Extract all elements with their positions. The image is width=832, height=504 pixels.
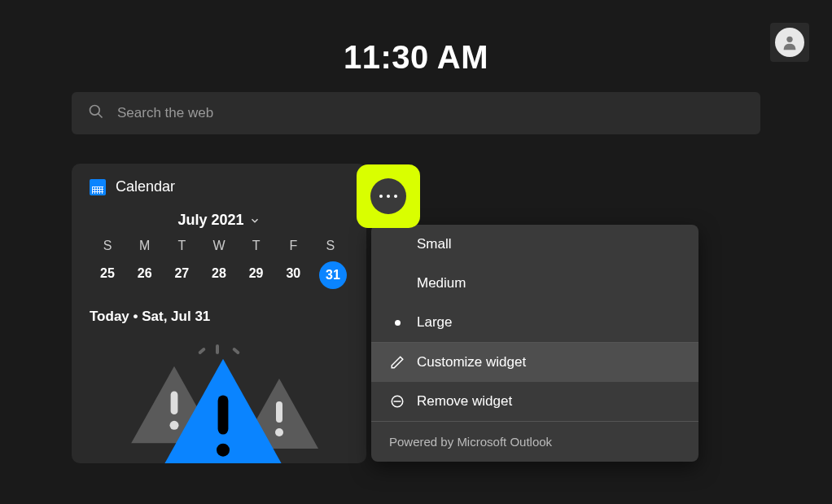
menu-item-size-large[interactable]: Large [371, 303, 698, 342]
pencil-icon [389, 355, 405, 370]
widget-title: Calendar [116, 178, 175, 195]
month-label: July 2021 [177, 212, 243, 229]
calendar-widget: Calendar July 2021 SMTWTFS 2526272829303… [72, 164, 366, 463]
calendar-icon [90, 179, 106, 195]
menu-label: Medium [417, 275, 466, 291]
menu-item-size-small[interactable]: Small [371, 225, 698, 264]
more-icon [370, 178, 406, 214]
svg-point-0 [786, 37, 792, 42]
dow-cell: S [314, 239, 347, 253]
today-label: Today • Sat, Jul 31 [90, 309, 348, 325]
clock-time: 11:30 AM [0, 0, 832, 92]
dow-cell: M [129, 239, 161, 253]
month-selector[interactable]: July 2021 [90, 212, 348, 229]
day-of-week-header: SMTWTFS [90, 239, 348, 261]
dow-cell: S [91, 239, 124, 253]
date-cell[interactable]: 30 [277, 261, 309, 289]
date-cell[interactable]: 28 [203, 261, 235, 289]
search-input[interactable]: Search the web [72, 92, 760, 134]
menu-label: Customize widget [417, 354, 526, 370]
warning-illustration [90, 341, 348, 463]
date-cell[interactable]: 26 [129, 261, 161, 289]
dow-cell: T [165, 239, 198, 253]
widget-context-menu: SmallMediumLarge Customize widget Remove… [371, 225, 698, 462]
dow-cell: T [240, 239, 273, 253]
svg-point-11 [217, 444, 230, 457]
svg-rect-10 [218, 396, 229, 435]
date-cell[interactable]: 25 [91, 261, 124, 289]
chevron-down-icon [249, 215, 261, 226]
search-placeholder: Search the web [117, 105, 213, 121]
widget-more-button[interactable] [357, 164, 420, 228]
menu-item-remove[interactable]: Remove widget [371, 382, 698, 421]
menu-item-size-medium[interactable]: Medium [371, 264, 698, 303]
dow-cell: F [277, 239, 309, 253]
person-icon [775, 28, 804, 57]
dates-row: 25262728293031 [90, 261, 348, 289]
remove-icon [389, 394, 405, 409]
svg-point-1 [90, 106, 100, 116]
bullet-icon [389, 320, 405, 326]
menu-label: Large [417, 314, 452, 331]
date-cell[interactable]: 31 [319, 261, 347, 289]
account-button[interactable] [770, 23, 809, 62]
svg-line-2 [99, 114, 103, 118]
date-cell[interactable]: 29 [240, 261, 273, 289]
menu-label: Small [417, 236, 452, 252]
search-icon [88, 103, 104, 123]
menu-item-customize[interactable]: Customize widget [371, 342, 698, 382]
dow-cell: W [203, 239, 235, 253]
menu-label: Remove widget [417, 393, 512, 410]
date-cell[interactable]: 27 [165, 261, 198, 289]
menu-footer: Powered by Microsoft Outlook [371, 421, 698, 462]
